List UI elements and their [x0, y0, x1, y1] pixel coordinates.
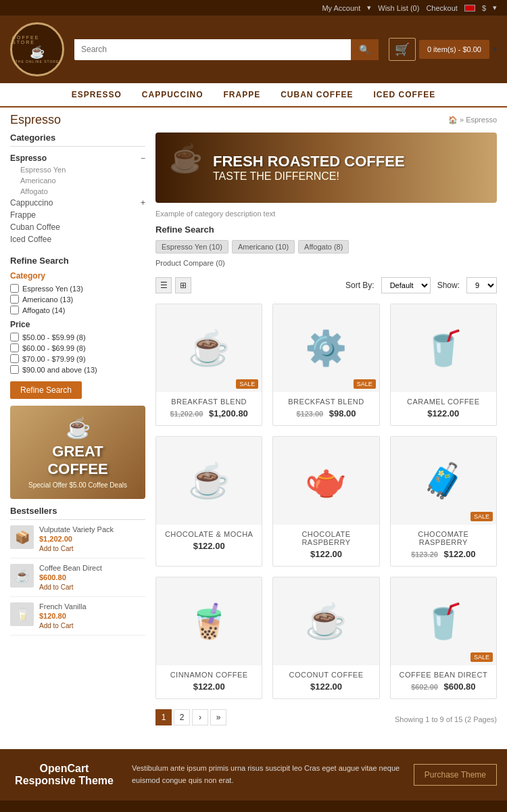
- cart-dropdown-icon[interactable]: ▾: [493, 45, 497, 54]
- filter-tags: Espresso Yen (10) Americano (10) Affogat…: [155, 240, 497, 254]
- product-new-price-4: $122.00: [193, 541, 225, 551]
- categories-section: Categories Espresso− Espresso Yen Americ…: [10, 133, 145, 245]
- refine-americano[interactable]: Americano (13): [10, 295, 145, 304]
- currency-symbol: $: [482, 4, 486, 12]
- sort-by-select[interactable]: Default: [381, 277, 431, 293]
- nav-iced-coffee[interactable]: ICED COFFEE: [374, 90, 436, 99]
- product-img-3: 🥤: [391, 304, 496, 392]
- refine-affogato-checkbox[interactable]: [10, 306, 19, 314]
- bestseller-img-1: 📦: [10, 525, 34, 549]
- show-label: Show:: [437, 281, 460, 290]
- sort-right: Sort By: Default Show: 9: [345, 277, 497, 293]
- refine-search-button[interactable]: Refine Search: [10, 381, 82, 399]
- bestseller-price-1: $1,202.00: [39, 535, 114, 543]
- product-img-icon-5: 🫖: [305, 461, 347, 500]
- nav-cappuccino[interactable]: CAPPUCCINO: [142, 90, 203, 99]
- product-old-price-2: $123.00: [296, 410, 323, 418]
- filter-tag-affogato[interactable]: Affogato (8): [298, 240, 349, 254]
- list-view-icon[interactable]: ☰: [155, 277, 172, 293]
- price-60-69-checkbox[interactable]: [10, 343, 19, 352]
- product-card-7: 🧋 CINNAMON COFFEE $122.00: [155, 577, 262, 699]
- sidebar-item-iced-coffee[interactable]: Iced Coffee: [10, 233, 145, 245]
- breadcrumb-home[interactable]: 🏠: [448, 116, 458, 124]
- flag-icon: [464, 5, 475, 11]
- filter-tag-americano[interactable]: Americano (10): [232, 240, 295, 254]
- pagination-row: 1 2 › » Showing 1 to 9 of 15 (2 Pages): [155, 709, 497, 729]
- page-btn-2[interactable]: 2: [174, 709, 190, 725]
- product-img-5: 🫖: [273, 437, 379, 525]
- logo[interactable]: COFFEE STORE ☕ THE ONLINE STORE: [10, 22, 64, 76]
- price-90-above-checkbox[interactable]: [10, 365, 19, 374]
- sidebar-item-affogato[interactable]: Affogato: [20, 186, 145, 197]
- bestseller-info-2: Coffee Bean Direct $600.80 Add to Cart: [39, 564, 102, 591]
- banner-line1: FRESH ROASTED COFFEE: [213, 153, 480, 170]
- price-60-69[interactable]: $60.00 - $69.99 (8): [10, 343, 145, 352]
- product-old-price-9: $602.00: [411, 683, 438, 691]
- show-select[interactable]: 9: [466, 277, 497, 293]
- page-btn-next[interactable]: ›: [192, 709, 208, 725]
- product-grid: ☕ SALE BREAKFAST BLEND $1,202.00 $1,200.…: [155, 304, 497, 699]
- sidebar-item-americano[interactable]: Americano: [20, 175, 145, 186]
- wish-list-link[interactable]: Wish List (0): [378, 4, 419, 12]
- promo-cup-icon: ☕: [20, 416, 135, 439]
- cart-button[interactable]: 0 item(s) - $0.00: [419, 40, 489, 59]
- page-title: Espresso: [10, 113, 61, 127]
- breadcrumb-current: Espresso: [466, 116, 497, 124]
- sidebar-item-espresso-yen[interactable]: Espresso Yen: [20, 164, 145, 175]
- top-bar: My Account ▾ Wish List (0) Checkout $ ▾: [0, 0, 507, 16]
- search-input[interactable]: [74, 39, 351, 59]
- category-description: Example of category description text: [155, 210, 497, 218]
- bestseller-price-2: $600.80: [39, 573, 102, 581]
- nav-cuban-coffee[interactable]: CUBAN COFFEE: [281, 90, 353, 99]
- page-btn-last[interactable]: »: [210, 709, 226, 725]
- purchase-theme-button[interactable]: Purchase Theme: [414, 764, 497, 786]
- sale-badge-1: SALE: [236, 379, 258, 389]
- sale-badge-9: SALE: [470, 652, 493, 662]
- price-70-79[interactable]: $70.00 - $79.99 (9): [10, 354, 145, 363]
- price-50-59-checkbox[interactable]: [10, 333, 19, 341]
- grid-view-icon[interactable]: ⊞: [175, 277, 191, 293]
- logo-bottom-text: THE ONLINE STORE: [16, 59, 59, 64]
- main-nav: ESPRESSO CAPPUCCINO FRAPPE CUBAN COFFEE …: [0, 83, 507, 108]
- product-name-3: CARAMEL COFFEE: [391, 392, 496, 408]
- refine-search-title: Refine Search: [10, 256, 145, 266]
- currency-dropdown-icon[interactable]: ▾: [493, 3, 497, 12]
- bestseller-name-2: Coffee Bean Direct: [39, 564, 102, 572]
- top-bar-separator: ▾: [367, 3, 371, 12]
- refine-americano-checkbox[interactable]: [10, 295, 19, 304]
- bestseller-add-1[interactable]: Add to Cart: [39, 545, 74, 552]
- sidebar-item-cuban-coffee[interactable]: Cuban Coffee: [10, 221, 145, 233]
- nav-frappe[interactable]: FRAPPE: [224, 90, 261, 99]
- product-img-2: ⚙️ SALE: [273, 304, 379, 392]
- refine-espresso-yen-checkbox[interactable]: [10, 284, 19, 293]
- sidebar-item-frappe[interactable]: Frappe: [10, 209, 145, 221]
- refine-affogato[interactable]: Affogato (14): [10, 306, 145, 314]
- product-price-5: $122.00: [273, 549, 379, 559]
- product-name-6: CHOCOMATE RASPBERRY: [391, 525, 496, 549]
- product-new-price-8: $122.00: [310, 682, 342, 692]
- product-img-1: ☕ SALE: [156, 304, 262, 392]
- product-name-9: COFFEE BEAN DIRECT: [391, 665, 496, 682]
- page-btn-1[interactable]: 1: [155, 709, 172, 725]
- nav-espresso[interactable]: ESPRESSO: [72, 90, 122, 99]
- pagination: 1 2 › »: [155, 709, 226, 725]
- product-img-6: 🧳 SALE: [391, 437, 496, 525]
- promo-coffee-text: COFFEE: [20, 460, 135, 478]
- price-70-79-checkbox[interactable]: [10, 354, 19, 363]
- refine-espresso-yen[interactable]: Espresso Yen (13): [10, 284, 145, 293]
- refine-search-heading: Refine Search: [155, 224, 497, 235]
- my-account-link[interactable]: My Account: [322, 4, 360, 12]
- sidebar-item-espresso[interactable]: Espresso−: [10, 152, 145, 164]
- checkout-link[interactable]: Checkout: [426, 4, 457, 12]
- product-price-8: $122.00: [273, 682, 379, 692]
- price-50-59[interactable]: $50.00 - $59.99 (8): [10, 333, 145, 341]
- bestseller-add-3[interactable]: Add to Cart: [39, 622, 74, 629]
- search-button[interactable]: 🔍: [351, 39, 379, 60]
- price-90-above[interactable]: $90.00 and above (13): [10, 365, 145, 374]
- main-layout: Categories Espresso− Espresso Yen Americ…: [0, 133, 507, 742]
- filter-tag-espresso-yen[interactable]: Espresso Yen (10): [155, 240, 228, 254]
- product-new-price-2: $98.00: [329, 408, 356, 419]
- sidebar-item-cappuccino[interactable]: Cappuccino+: [10, 197, 145, 209]
- opencart-banner: OpenCartResponsive Theme Vestibulum ante…: [0, 749, 507, 801]
- bestseller-add-2[interactable]: Add to Cart: [39, 583, 74, 591]
